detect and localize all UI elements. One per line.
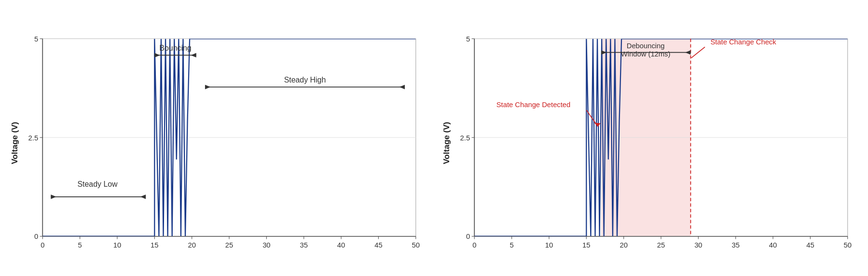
chart1-yticks: 0 2.5 5 bbox=[28, 35, 43, 241]
svg-text:20: 20 bbox=[620, 241, 627, 249]
svg-text:2.5: 2.5 bbox=[460, 134, 470, 142]
svg-text:45: 45 bbox=[806, 241, 814, 249]
svg-text:State Change Detected: State Change Detected bbox=[496, 101, 570, 109]
chart2-ylabel: Voltage (V) bbox=[441, 122, 451, 164]
chart2-area: Voltage (V) 0 5 10 bbox=[441, 5, 859, 276]
chart2-svg: Voltage (V) 0 5 10 bbox=[441, 5, 859, 276]
svg-text:15: 15 bbox=[582, 241, 590, 249]
svg-text:0: 0 bbox=[472, 241, 476, 249]
chart2-yticks: 0 2.5 5 bbox=[460, 35, 474, 241]
svg-text:35: 35 bbox=[300, 241, 307, 249]
svg-text:10: 10 bbox=[113, 241, 121, 249]
chart1-svg: Voltage (V) 0 5 1 bbox=[10, 5, 427, 276]
svg-text:30: 30 bbox=[694, 241, 702, 249]
svg-text:0: 0 bbox=[34, 233, 38, 240]
chart1-xticks: 0 5 10 15 20 25 30 35 40 bbox=[41, 236, 420, 249]
svg-text:25: 25 bbox=[657, 241, 664, 249]
chart1-wrapper: Voltage (V) 0 5 1 bbox=[10, 5, 427, 271]
svg-text:2.5: 2.5 bbox=[28, 134, 39, 142]
chart1-bouncing-annotation: Bouncing bbox=[154, 44, 196, 57]
chart1-ylabel: Voltage (V) bbox=[10, 122, 19, 164]
chart2-wrapper: Voltage (V) 0 5 10 bbox=[441, 5, 859, 271]
svg-text:25: 25 bbox=[225, 241, 233, 249]
svg-text:5: 5 bbox=[466, 35, 469, 43]
svg-text:Debouncing: Debouncing bbox=[626, 42, 664, 50]
svg-text:5: 5 bbox=[78, 241, 82, 249]
svg-text:10: 10 bbox=[545, 241, 552, 249]
svg-text:Steady High: Steady High bbox=[284, 76, 326, 84]
svg-text:50: 50 bbox=[843, 241, 851, 249]
svg-text:35: 35 bbox=[731, 241, 739, 249]
charts-container: Voltage (V) 0 5 1 bbox=[0, 0, 868, 276]
svg-text:45: 45 bbox=[374, 241, 382, 249]
svg-text:5: 5 bbox=[510, 241, 513, 249]
svg-text:5: 5 bbox=[34, 35, 38, 43]
svg-text:40: 40 bbox=[337, 241, 345, 249]
svg-text:0: 0 bbox=[466, 233, 469, 240]
svg-text:15: 15 bbox=[151, 241, 158, 249]
svg-text:Window (12ms): Window (12ms) bbox=[620, 50, 670, 58]
svg-text:Bouncing: Bouncing bbox=[159, 44, 191, 52]
svg-text:0: 0 bbox=[41, 241, 44, 249]
svg-text:30: 30 bbox=[262, 241, 270, 249]
svg-text:State Change Check: State Change Check bbox=[710, 38, 776, 46]
svg-text:Steady Low: Steady Low bbox=[77, 180, 118, 188]
svg-text:20: 20 bbox=[188, 241, 195, 249]
svg-text:40: 40 bbox=[769, 241, 776, 249]
svg-text:50: 50 bbox=[412, 241, 420, 249]
chart2-xticks: 0 5 10 15 20 25 30 35 40 bbox=[472, 236, 852, 249]
chart1-area: Voltage (V) 0 5 1 bbox=[10, 5, 427, 276]
